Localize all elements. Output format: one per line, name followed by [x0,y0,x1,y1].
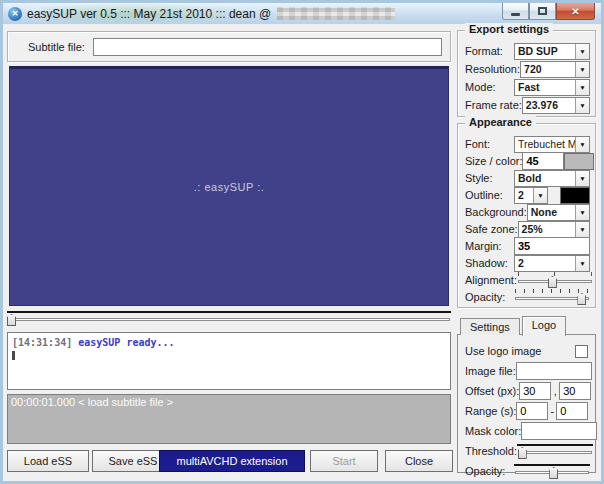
minimize-button[interactable] [502,3,529,20]
alignment-row: Alignment: [465,272,590,288]
slider-ticks [518,272,592,276]
tab-settings[interactable]: Settings [460,318,520,335]
close-button[interactable]: ✕ [556,3,595,20]
chevron-down-icon[interactable] [575,256,589,271]
format-row: Format: BD SUP [465,43,590,59]
start-button: Start [310,450,378,472]
logo-opacity-slider[interactable] [514,463,590,479]
opacity-label: Opacity: [465,291,514,303]
slider-thumb[interactable] [549,467,558,479]
format-select[interactable]: BD SUP [514,43,590,60]
safe-zone-select[interactable]: 25% [518,221,590,238]
logo-tab-panel: Use logo image Image file: Offset (px): … [457,334,596,473]
preview-watermark: .: easySUP :. [194,181,265,193]
subtitle-file-group: Subtitle file: [7,31,451,62]
outline-select[interactable]: 2 [514,187,548,204]
chevron-down-icon[interactable] [575,222,589,237]
alignment-label: Alignment: [465,274,517,286]
margin-row: Margin: [465,238,590,254]
slider-ticks [515,289,589,293]
titlebar[interactable]: easySUP ver 0.5 ::: May 21st 2010 ::: de… [3,3,601,24]
load-ess-button[interactable]: Load eSS [7,450,89,472]
mode-value: Fast [515,80,575,95]
margin-input[interactable] [514,237,590,255]
logo-opacity-row: Opacity: [465,463,590,479]
resolution-row: Resolution: 720 [465,61,590,77]
mode-select[interactable]: Fast [514,79,590,96]
window-title: easySUP ver 0.5 ::: May 21st 2010 ::: de… [27,7,271,21]
use-logo-row: Use logo image [465,343,590,359]
offset-separator: , [551,385,559,397]
slider-thumb[interactable] [518,447,527,459]
log-output[interactable]: [14:31:34] easySUP ready... [7,332,451,390]
log-timestamp: [14:31:34] [12,337,72,348]
slider-thumb[interactable] [577,293,586,305]
background-label: Background: [465,206,527,218]
appearance-group: Appearance Font: Trebuchet MS Size / col… [457,123,596,308]
range-label: Range (s): [465,405,516,417]
chevron-down-icon[interactable] [533,188,547,203]
chevron-down-icon[interactable] [575,98,589,113]
mask-color-input[interactable] [521,422,597,440]
slider-thumb[interactable] [548,276,557,288]
use-logo-checkbox[interactable] [575,345,588,358]
subtitle-file-input[interactable] [93,38,442,56]
chevron-down-icon[interactable] [575,171,589,186]
threshold-slider[interactable] [517,443,593,459]
font-select[interactable]: Trebuchet MS [514,136,590,153]
frame-rate-select[interactable]: 23.976 [522,97,590,114]
outline-label: Outline: [465,189,514,201]
chevron-down-icon[interactable] [575,80,589,95]
resolution-select[interactable]: 720 [520,61,590,78]
alignment-slider[interactable] [517,272,593,288]
export-settings-title: Export settings [465,23,553,35]
threshold-row: Threshold: [465,443,590,459]
font-value: Trebuchet MS [515,137,575,152]
offset-label: Offset (px): [465,385,519,397]
slider-thumb[interactable] [7,314,16,326]
size-color-label: Size / color: [465,155,522,167]
shadow-row: Shadow: 2 [465,255,590,271]
subtitle-file-label: Subtitle file: [28,41,85,53]
chevron-down-icon[interactable] [575,137,589,152]
offset-y-input[interactable] [559,382,591,400]
range-row: Range (s): - [465,403,590,419]
chevron-down-icon[interactable] [575,44,589,59]
safe-zone-row: Safe zone: 25% [465,221,590,237]
font-color-swatch[interactable] [564,153,594,170]
background-select[interactable]: None [527,204,590,221]
shadow-value: 2 [515,256,575,271]
background-row: Background: None [465,204,590,220]
font-size-input[interactable] [522,152,564,170]
maximize-button[interactable] [529,3,556,20]
timeline-position-slider[interactable] [7,310,451,328]
multiavchd-extension-button[interactable]: multiAVCHD extension [159,450,305,472]
close-icon: ✕ [571,6,579,17]
shadow-select[interactable]: 2 [514,255,590,272]
outline-color-swatch[interactable] [560,187,590,204]
slider-groove [8,318,450,321]
redacted-username [277,7,395,20]
style-select[interactable]: Bold [514,170,590,187]
close-dialog-button[interactable]: Close [385,450,453,472]
format-value: BD SUP [515,44,575,59]
maximize-icon [538,7,547,15]
chevron-down-icon[interactable] [575,62,589,77]
size-color-row: Size / color: [465,153,590,169]
frame-rate-value: 23.976 [523,98,575,113]
range-to-input[interactable] [556,402,588,420]
opacity-slider[interactable] [514,289,590,305]
range-from-input[interactable] [516,402,548,420]
chevron-down-icon[interactable] [575,205,589,220]
settings-logo-tabbar: Settings Logo [460,315,568,335]
logo-opacity-label: Opacity: [465,465,514,477]
tab-logo[interactable]: Logo [522,316,566,336]
offset-row: Offset (px): , [465,383,590,399]
opacity-row: Opacity: [465,289,590,305]
slider-track-bar [514,464,590,466]
offset-x-input[interactable] [519,382,551,400]
image-file-label: Image file: [465,365,516,377]
image-file-input[interactable] [516,362,592,380]
subtitle-event-list: 00:00:01.000 < load subtitle file > [7,394,451,444]
style-label: Style: [465,172,514,184]
